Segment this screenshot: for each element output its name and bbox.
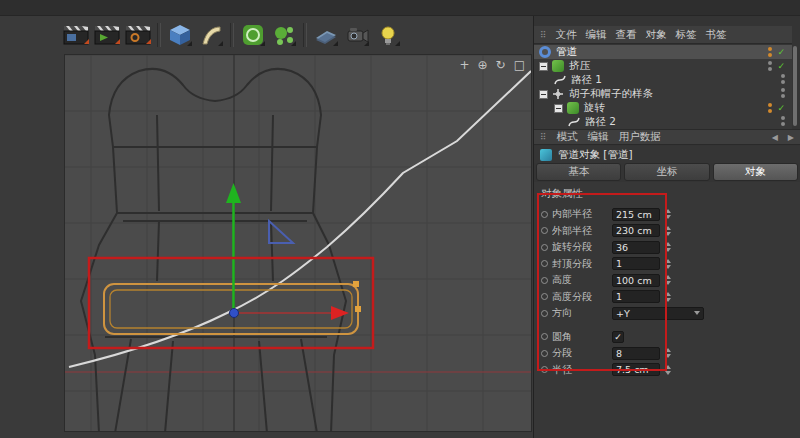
menu-bookmarks[interactable]: 书签 bbox=[706, 28, 727, 42]
value-stepper[interactable] bbox=[665, 242, 671, 252]
null-object-icon bbox=[552, 88, 564, 100]
maximize-icon[interactable]: □ bbox=[514, 57, 525, 73]
menu-edit[interactable]: 编辑 bbox=[586, 28, 607, 42]
collapse-toggle-icon[interactable] bbox=[554, 104, 563, 113]
value-stepper[interactable] bbox=[665, 259, 671, 269]
visibility-dots[interactable] bbox=[768, 103, 772, 113]
tree-row-extrude[interactable]: 挤压 ✓ bbox=[534, 59, 792, 73]
animation-dot[interactable] bbox=[541, 310, 548, 317]
prop-label: 高度 bbox=[552, 273, 608, 287]
object-manager-menu: ⠿ 文件 编辑 查看 对象 标签 书签 bbox=[534, 26, 792, 44]
menu-view[interactable]: 查看 bbox=[616, 28, 637, 42]
visibility-dots[interactable] bbox=[768, 61, 772, 71]
drag-handle-icon[interactable]: ⠿ bbox=[540, 132, 547, 142]
orientation-dropdown[interactable]: +Y bbox=[612, 307, 704, 320]
rotation-segments-field[interactable]: 36 bbox=[612, 241, 660, 254]
cap-segments-field[interactable]: 1 bbox=[612, 257, 660, 270]
animation-dot[interactable] bbox=[541, 211, 548, 218]
menu-edit[interactable]: 编辑 bbox=[588, 130, 609, 144]
camera-icon[interactable] bbox=[343, 21, 371, 49]
subdivision-surface-icon[interactable] bbox=[239, 21, 267, 49]
animation-dot[interactable] bbox=[541, 260, 548, 267]
tree-row-null[interactable]: 胡子和帽子的样条 bbox=[534, 87, 792, 101]
animation-dot[interactable] bbox=[541, 350, 548, 357]
value-stepper[interactable] bbox=[665, 365, 671, 375]
value-stepper[interactable] bbox=[665, 226, 671, 236]
tree-row-path-1[interactable]: 路径 1 bbox=[534, 73, 792, 87]
primitive-cube-icon[interactable] bbox=[166, 21, 194, 49]
rotate-icon[interactable]: ↻ bbox=[496, 57, 506, 73]
prop-label: 封顶分段 bbox=[552, 257, 608, 271]
height-segments-field[interactable]: 1 bbox=[612, 290, 660, 303]
render-settings-icon[interactable] bbox=[124, 21, 152, 49]
fillet-checkbox[interactable]: ✓ bbox=[612, 331, 624, 343]
tab-coordinates[interactable]: 坐标 bbox=[624, 163, 709, 181]
prop-inner-radius: 内部半径 215 cm bbox=[541, 206, 800, 223]
origin-point[interactable] bbox=[230, 309, 239, 318]
menu-file[interactable]: 文件 bbox=[556, 28, 577, 42]
value-stepper[interactable] bbox=[665, 275, 671, 285]
viewport-canvas[interactable] bbox=[65, 55, 531, 431]
pan-icon[interactable]: + bbox=[459, 57, 469, 73]
cinema4d-window: + ⊕ ↻ □ ⠿ 文件 编辑 查看 对象 标签 书签 管道 ✓ bbox=[0, 0, 800, 438]
lathe-object-icon bbox=[567, 102, 579, 114]
visibility-dots[interactable] bbox=[781, 116, 785, 126]
tube-object-icon bbox=[539, 46, 551, 58]
prop-label: 分段 bbox=[552, 346, 608, 360]
window-top-edge bbox=[0, 0, 800, 16]
animation-dot[interactable] bbox=[541, 277, 548, 284]
array-generator-icon[interactable] bbox=[270, 21, 298, 49]
visibility-dots[interactable] bbox=[768, 47, 772, 57]
enable-check-icon[interactable]: ✓ bbox=[777, 102, 785, 114]
visibility-dots[interactable] bbox=[781, 88, 785, 98]
history-forward-icon[interactable]: ▶ bbox=[788, 133, 794, 142]
prop-label: 圆角 bbox=[552, 330, 608, 344]
floor-icon[interactable] bbox=[312, 21, 340, 49]
menu-tags[interactable]: 标签 bbox=[676, 28, 697, 42]
inner-radius-field[interactable]: 215 cm bbox=[612, 208, 660, 221]
scale-handle[interactable] bbox=[355, 306, 361, 312]
render-region-icon[interactable] bbox=[93, 21, 121, 49]
animation-dot[interactable] bbox=[541, 293, 548, 300]
prop-rotation-segments: 旋转分段 36 bbox=[541, 239, 800, 256]
collapse-toggle-icon[interactable] bbox=[539, 90, 548, 99]
tab-object[interactable]: 对象 bbox=[713, 163, 798, 181]
drag-handle-icon[interactable]: ⠿ bbox=[540, 30, 547, 40]
spline-object-icon bbox=[568, 116, 580, 128]
fillet-radius-field[interactable]: 7.5 cm bbox=[612, 363, 660, 376]
enable-check-icon[interactable]: ✓ bbox=[777, 60, 785, 72]
collapse-toggle-icon[interactable] bbox=[539, 62, 548, 71]
viewport[interactable]: + ⊕ ↻ □ bbox=[64, 54, 532, 432]
animation-dot[interactable] bbox=[541, 333, 548, 340]
pen-spline-icon[interactable] bbox=[197, 21, 225, 49]
animation-dot[interactable] bbox=[541, 244, 548, 251]
object-tree-scrollbar[interactable] bbox=[793, 46, 797, 126]
value-stepper[interactable] bbox=[665, 348, 671, 358]
value-stepper[interactable] bbox=[665, 209, 671, 219]
attribute-title: 管道对象 [管道] bbox=[558, 148, 633, 162]
value-stepper[interactable] bbox=[665, 292, 671, 302]
menu-mode[interactable]: 模式 bbox=[557, 130, 578, 144]
tab-basic[interactable]: 基本 bbox=[536, 163, 621, 181]
light-icon[interactable] bbox=[374, 21, 402, 49]
animation-dot[interactable] bbox=[541, 227, 548, 234]
enable-check-icon[interactable]: ✓ bbox=[777, 46, 785, 58]
attribute-tabs: 基本 坐标 对象 bbox=[536, 163, 798, 181]
animation-dot[interactable] bbox=[541, 366, 548, 373]
chevron-down-icon bbox=[694, 311, 700, 315]
scale-handle[interactable] bbox=[353, 281, 359, 287]
fillet-segments-field[interactable]: 8 bbox=[612, 347, 660, 360]
visibility-dots[interactable] bbox=[781, 74, 785, 84]
tree-row-path-2[interactable]: 路径 2 bbox=[534, 115, 792, 129]
height-field[interactable]: 100 cm bbox=[612, 274, 660, 287]
render-view-icon[interactable] bbox=[62, 21, 90, 49]
menu-object[interactable]: 对象 bbox=[646, 28, 667, 42]
menu-user-data[interactable]: 用户数据 bbox=[619, 130, 661, 144]
zoom-icon[interactable]: ⊕ bbox=[478, 57, 488, 73]
toolbar-separator bbox=[157, 23, 161, 47]
tree-row-lathe[interactable]: 旋转 ✓ bbox=[534, 101, 792, 115]
tree-row-tube[interactable]: 管道 ✓ bbox=[534, 45, 792, 59]
toolbar-separator bbox=[230, 23, 234, 47]
outer-radius-field[interactable]: 230 cm bbox=[612, 224, 660, 237]
history-back-icon[interactable]: ◀ bbox=[772, 133, 778, 142]
